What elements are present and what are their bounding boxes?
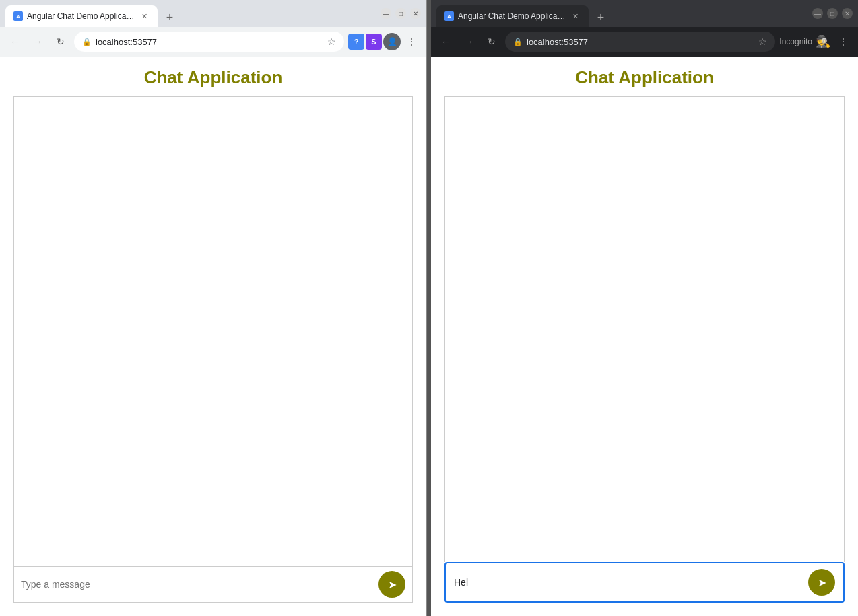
left-tab-label: Angular Chat Demo Application xyxy=(27,11,135,21)
left-new-tab-button[interactable]: + xyxy=(160,8,179,27)
right-tab-favicon: A xyxy=(444,11,454,21)
right-new-tab-button[interactable]: + xyxy=(591,8,610,27)
right-window-controls: — □ ✕ xyxy=(812,8,853,19)
right-chat-title: Chat Application xyxy=(575,67,714,88)
left-message-input[interactable] xyxy=(21,579,373,590)
left-ext1-icon[interactable]: ? xyxy=(348,34,364,50)
right-tab-label: Angular Chat Demo Application xyxy=(458,11,566,21)
left-browser-window: A Angular Chat Demo Application ✕ + — □ … xyxy=(0,0,427,616)
left-titlebar: A Angular Chat Demo Application ✕ + — □ … xyxy=(0,0,426,27)
right-titlebar: A Angular Chat Demo Application ✕ + — □ … xyxy=(431,0,858,27)
left-address-box[interactable]: 🔒 localhost:53577 ☆ xyxy=(74,32,344,52)
left-tab-strip: A Angular Chat Demo Application ✕ + xyxy=(5,0,378,27)
right-bookmark-icon[interactable]: ☆ xyxy=(758,36,767,47)
right-send-icon: ➤ xyxy=(818,576,826,589)
right-toolbar-icons: Incognito 🕵 ⋮ xyxy=(779,32,853,51)
right-address-box[interactable]: 🔒 localhost:53577 ☆ xyxy=(505,32,775,52)
left-bookmark-icon[interactable]: ☆ xyxy=(327,36,336,47)
left-send-icon: ➤ xyxy=(388,578,397,591)
right-tab-strip: A Angular Chat Demo Application ✕ + xyxy=(436,0,810,27)
right-active-tab[interactable]: A Angular Chat Demo Application ✕ xyxy=(436,5,589,27)
right-message-input[interactable] xyxy=(454,577,803,588)
right-send-button[interactable]: ➤ xyxy=(808,569,835,596)
right-forward-button[interactable]: → xyxy=(459,32,478,51)
left-input-row: ➤ xyxy=(13,566,413,603)
incognito-label: Incognito xyxy=(779,37,812,46)
left-lock-icon: 🔒 xyxy=(82,38,92,46)
right-page-content: Chat Application ➤ xyxy=(431,57,858,616)
left-window-controls: — □ ✕ xyxy=(381,8,421,19)
left-active-tab[interactable]: A Angular Chat Demo Application ✕ xyxy=(5,5,158,27)
right-incognito-icon: 🕵 xyxy=(814,32,832,51)
right-tab-close-icon[interactable]: ✕ xyxy=(570,11,581,22)
left-tab-favicon: A xyxy=(13,11,23,21)
left-tab-close-icon[interactable]: ✕ xyxy=(139,11,150,22)
left-back-button[interactable]: ← xyxy=(5,32,24,51)
right-reload-button[interactable]: ↻ xyxy=(482,32,501,51)
left-profile-avatar[interactable]: 👤 xyxy=(383,33,401,50)
left-close-button[interactable]: ✕ xyxy=(410,8,421,19)
right-browser-window: A Angular Chat Demo Application ✕ + — □ … xyxy=(431,0,858,616)
left-send-button[interactable]: ➤ xyxy=(378,571,405,598)
left-ext2-icon[interactable]: S xyxy=(366,34,382,50)
right-url-text: localhost:53577 xyxy=(527,37,588,47)
left-menu-icon[interactable]: ⋮ xyxy=(402,32,421,51)
right-back-button[interactable]: ← xyxy=(436,32,455,51)
left-messages-area xyxy=(13,96,413,566)
right-messages-area xyxy=(444,96,845,562)
right-input-row: ➤ xyxy=(444,562,845,603)
left-url-text: localhost:53577 xyxy=(96,37,157,47)
left-maximize-button[interactable]: □ xyxy=(395,8,406,19)
right-menu-icon[interactable]: ⋮ xyxy=(834,32,853,51)
left-chat-title: Chat Application xyxy=(144,67,283,88)
right-close-button[interactable]: ✕ xyxy=(842,8,853,19)
left-page-content: Chat Application ➤ xyxy=(0,57,426,616)
left-toolbar-icons: ? S 👤 ⋮ xyxy=(348,32,421,51)
right-lock-icon: 🔒 xyxy=(513,38,523,46)
right-maximize-button[interactable]: □ xyxy=(827,8,838,19)
left-addressbar: ← → ↻ 🔒 localhost:53577 ☆ ? S 👤 ⋮ xyxy=(0,27,426,57)
left-minimize-button[interactable]: — xyxy=(381,8,391,19)
left-reload-button[interactable]: ↻ xyxy=(51,32,70,51)
right-minimize-button[interactable]: — xyxy=(812,8,823,19)
right-addressbar: ← → ↻ 🔒 localhost:53577 ☆ Incognito 🕵 ⋮ xyxy=(431,27,858,57)
left-forward-button[interactable]: → xyxy=(28,32,47,51)
